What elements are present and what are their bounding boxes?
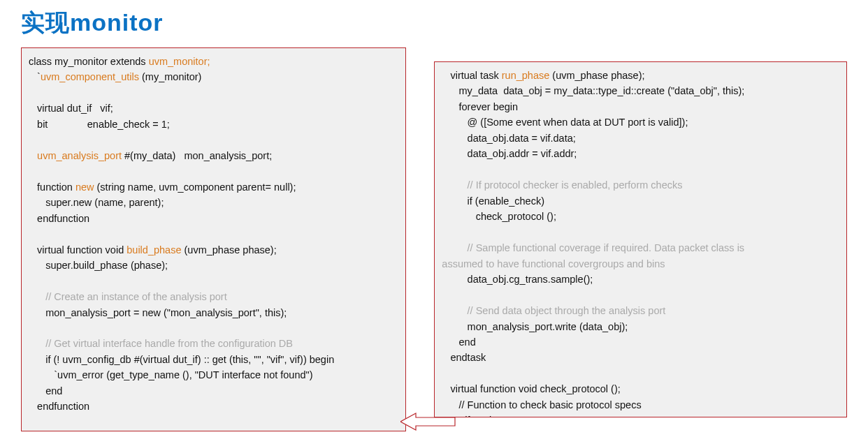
comment: // Send data object through the analysis… [442,305,665,316]
code-text [29,150,37,161]
code-text: endfunction [29,401,89,412]
keyword: uvm_component_utils [41,71,139,82]
code-text: data_obj.data = vif.data; [442,133,575,144]
comment: // Get virtual interface handle from the… [29,338,293,349]
code-text: function [29,182,75,193]
code-text: (string name, uvm_component parent= null… [94,182,296,193]
code-text: (my_monitor) [139,71,201,82]
code-text: #(my_data) mon_analysis_port; [122,150,272,161]
code-text: bit enable_check = 1; [29,119,170,130]
code-text: if (enable_check) [442,195,544,207]
code-text: mon_analysis_port.write (data_obj); [442,321,628,332]
code-text: mon_analysis_port = new ("mon_analysis_p… [29,307,287,318]
code-text: super.build_phase (phase); [29,260,168,271]
code-text: check_protocol (); [442,211,556,222]
code-text: end [442,336,475,348]
code-panels: class my_monitor extends uvm_monitor; `u… [21,47,847,431]
code-text: virtual function void [29,244,126,255]
arrow-left-icon [400,412,456,431]
comment: // Create an instance of the analysis po… [29,291,227,302]
comment: assumed to have functional covergroups a… [442,258,665,269]
code-text: endtask [442,352,486,363]
comment: // Sample functional coverage if require… [442,242,747,253]
svg-marker-0 [400,413,455,430]
code-box-left: class my_monitor extends uvm_monitor; `u… [21,47,406,431]
keyword: run_phase [502,70,550,81]
code-text: data_obj.cg_trans.sample(); [442,274,593,285]
code-text: if (! uvm_config_db #(virtual dut_if) ::… [29,354,334,365]
code-text: (uvm_phase phase); [549,70,644,81]
keyword: new [75,182,94,193]
code-text: forever begin [442,101,518,112]
code-text: virtual task [442,70,501,81]
comment: // If protocol checker is enabled, perfo… [442,179,682,191]
keyword: uvm_analysis_port [37,150,122,161]
code-text: `uvm_error (get_type_name (), "DUT inter… [29,369,313,380]
code-text: super.new (name, parent); [29,197,164,208]
keyword: build_phase [126,244,181,255]
code-text: endfunction [29,213,89,224]
code-text: data_obj.addr = vif.addr; [442,148,577,159]
code-box-right: virtual task run_phase (uvm_phase phase)… [434,61,847,417]
code-text: // Function to check basic protocol spec… [442,399,641,410]
code-text: my_data data_obj = my_data::type_id::cre… [442,85,744,96]
page-title: 实现monitor [21,7,847,39]
code-text: virtual dut_if vif; [29,103,113,114]
code-text: class my_monitor extends [29,56,149,67]
code-text: @ ([Some event when data at DUT port is … [442,117,688,128]
code-text: end [29,385,62,397]
code-text: (uvm_phase phase); [181,244,276,255]
code-text: virtual function void check_protocol (); [442,383,620,394]
code-text: ` [29,71,41,82]
keyword: uvm_monitor; [149,56,210,67]
